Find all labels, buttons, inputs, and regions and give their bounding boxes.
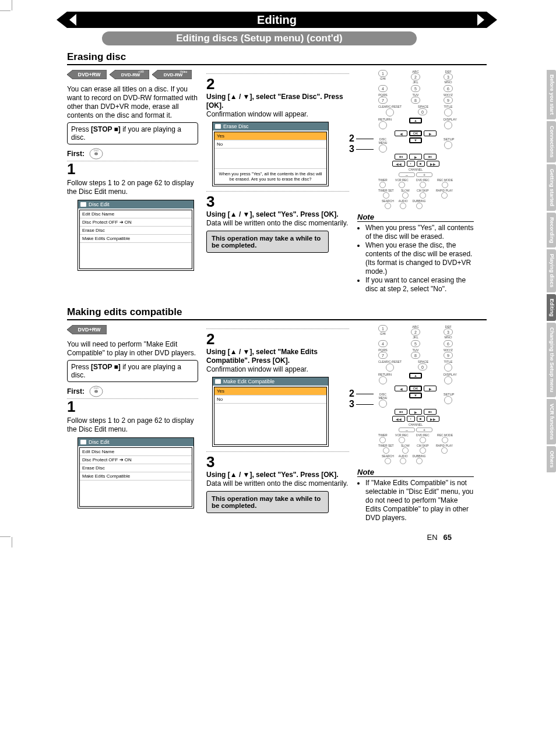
step-3-number: 3 [206, 194, 349, 209]
note-item: If you want to cancel erasing the disc a… [365, 276, 474, 294]
disc-edit-menu: Disc Edit Edit Disc Name Disc Protect OF… [78, 437, 194, 508]
erase-disc-dialog: Erase Disc Yes No When you press "Yes", … [212, 122, 329, 186]
svg-point-9 [94, 153, 98, 156]
menu-item-yes: Yes [214, 132, 326, 140]
step-2-heading: Using [▲ / ▼], select "Erase Disc". Pres… [206, 93, 349, 110]
svg-text:DVD: DVD [94, 149, 99, 152]
step-2-heading: Using [▲ / ▼], select "Make Edits Compat… [206, 348, 349, 365]
intro-text: You will need to perform "Make Edit Comp… [67, 340, 198, 358]
menu-item: Disc Protect OFF ➔ ON [80, 456, 192, 464]
menu-item-no: No [214, 140, 326, 149]
first-label: First: [67, 150, 85, 158]
operation-warning-box: This operation may take a while to be co… [206, 231, 329, 253]
first-label: First: [67, 387, 85, 395]
operation-warning-box: This operation may take a while to be co… [206, 491, 329, 513]
svg-text:DVD+RW: DVD+RW [78, 72, 101, 77]
tab-editing: Editing [547, 294, 556, 322]
note-item: If "Make Edits Compatible" is not select… [365, 479, 474, 522]
stop-instruction-box: Press [STOP ■] if you are playing a disc… [67, 360, 198, 382]
badge-dvd-rw-vr: DVD-RW+VR [110, 70, 149, 79]
format-badges: DVD+RW DVD-RW+VR DVD-RWVideo [67, 69, 198, 83]
tab-connections: Connections [547, 121, 556, 162]
menu-item: Make Edits Compatible [80, 235, 192, 243]
page-number: EN65 [15, 533, 452, 542]
step-3-sub: Data will be written onto the disc momen… [206, 219, 349, 227]
svg-text:DVD: DVD [94, 387, 99, 390]
disc-edit-menu-title: Disc Edit [78, 438, 193, 446]
note-item: When you erase the disc, the contents of… [365, 241, 474, 276]
step-1-number: 1 [67, 399, 198, 414]
step-2-sub: Confirmation window will appear. [206, 110, 349, 118]
step-3-heading: Using [▲ / ▼], select "Yes". Press [OK]. [206, 471, 349, 479]
step-3-heading: Using [▲ / ▼], select "Yes". Press [OK]. [206, 210, 349, 219]
tab-changing-setup-menu: Changing the Setup menu [547, 323, 556, 397]
erase-disc-dialog-title: Erase Disc [213, 122, 328, 130]
step-3-number: 3 [206, 454, 349, 469]
disc-edit-menu-title: Disc Edit [78, 200, 193, 209]
disc-edit-menu: Disc Edit Edit Disc Name Disc Protect OF… [78, 200, 194, 271]
note-item: When you press "Yes", all contents of th… [365, 224, 474, 241]
remote-callout-3: 3 [349, 400, 354, 409]
menu-item: Edit Disc Name [80, 210, 192, 218]
menu-item-no: No [214, 395, 326, 404]
compat-dialog-title: Make Edit Compatible [213, 377, 328, 386]
section-making-edits-compatible-title: Making edits compatible [67, 306, 487, 320]
note-list: When you press "Yes", all contents of th… [357, 224, 474, 294]
chapter-tabs: Before you start Connections Getting sta… [547, 70, 556, 472]
badge-dvd-rw-video: DVD-RWVideo [152, 70, 192, 79]
badge-dvd-plus-rw: DVD+RW [67, 70, 107, 79]
note-heading: Note [357, 213, 474, 222]
step-2-number: 2 [206, 76, 349, 91]
remote-control-diagram: 1GHIABC2JKLDEF3MNO 456 PQRS7TUV8WXYZ9 CL… [378, 70, 453, 209]
svg-point-14 [94, 390, 98, 393]
menu-item: Disc Protect OFF ➔ ON [80, 218, 192, 227]
tab-playing-discs: Playing discs [547, 249, 556, 292]
step-1-text: Follow steps 1 to 2 on page 62 to displa… [67, 179, 198, 196]
svg-text:DVD+RW: DVD+RW [78, 327, 101, 333]
menu-item: Erase Disc [80, 464, 192, 472]
tab-vcr-functions: VCR functions [547, 399, 556, 444]
page-subtitle: Editing discs (Setup menu) (cont'd) [102, 31, 417, 45]
svg-text:DVD-RW: DVD-RW [121, 72, 140, 77]
note-list: If "Make Edits Compatible" is not select… [357, 479, 474, 522]
step-2-number: 2 [206, 331, 349, 347]
tab-recording: Recording [547, 213, 556, 248]
svg-text:+VR: +VR [138, 70, 144, 73]
step-1-number: 1 [67, 161, 198, 176]
dvd-disc-icon: DVD [88, 386, 104, 397]
note-heading: Note [357, 468, 474, 477]
badge-dvd-plus-rw: DVD+RW [67, 325, 107, 334]
make-edit-compatible-dialog: Make Edit Compatible Yes No [212, 377, 329, 447]
stop-instruction-box: Press [STOP ■] if you are playing a disc… [67, 122, 198, 144]
svg-text:Video: Video [180, 70, 188, 73]
menu-item: Edit Disc Name [80, 448, 192, 456]
menu-item-yes: Yes [214, 387, 326, 395]
remote-control-diagram: 1GHIABC2JKLDEF3MNO 456 PQRS7TUV8WXYZ9 CL… [378, 325, 453, 464]
intro-text: You can erase all titles on a disc. If y… [67, 85, 198, 120]
erase-disc-dialog-footer: When you press "Yes", all the contents i… [214, 168, 326, 184]
menu-item: Make Edits Compatible [80, 472, 192, 481]
remote-callout-3: 3 [349, 144, 354, 154]
page-title: Editing [257, 13, 297, 27]
menu-item: Erase Disc [80, 227, 192, 235]
step-3-sub: Data will be written onto the disc momen… [206, 479, 349, 487]
dvd-disc-icon: DVD [88, 148, 104, 160]
tab-others: Others [547, 446, 556, 472]
section-erasing-disc-title: Erasing disc [67, 51, 487, 65]
step-1-text: Follow steps 1 to 2 on page 62 to displa… [67, 416, 198, 434]
step-2-sub: Confirmation window will appear. [206, 365, 349, 373]
tab-getting-started: Getting started [547, 164, 556, 211]
page-title-ribbon: Editing [67, 12, 487, 28]
remote-callout-2: 2 [349, 389, 354, 398]
tab-before-you-start: Before you start [547, 70, 556, 119]
remote-callout-2: 2 [349, 134, 354, 143]
